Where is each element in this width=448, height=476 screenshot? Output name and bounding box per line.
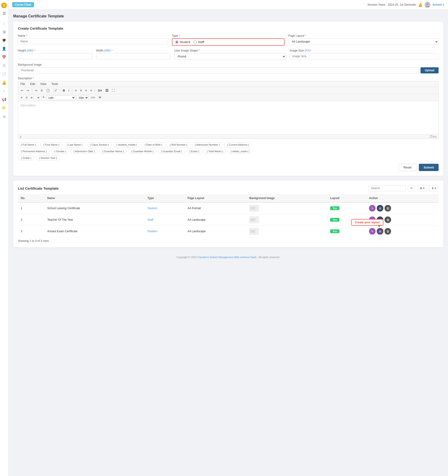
tag-button[interactable]: { student_mobile }	[113, 142, 140, 147]
image-size-input[interactable]	[290, 53, 439, 59]
upload-button[interactable]: Upload	[420, 67, 439, 74]
editor-bold-btn[interactable]: B	[62, 88, 66, 93]
tag-button[interactable]: { Exam }	[186, 149, 202, 154]
editor-size-select[interactable]: 12pt 10pt 14pt 16pt	[76, 95, 89, 100]
tag-button[interactable]: { Permanent Address }	[18, 149, 50, 154]
staff-radio-label[interactable]: Staff	[194, 40, 204, 44]
editor-undo-btn[interactable]: ↩	[20, 88, 24, 93]
sidebar-bell-icon[interactable]: 🔔	[1, 79, 7, 86]
tag-button[interactable]: { Last Name }	[64, 142, 86, 147]
editor-italic-btn[interactable]: I	[67, 88, 70, 93]
tag-button[interactable]: { Session Year }	[36, 155, 60, 160]
tag-button[interactable]: { First Name }	[40, 142, 62, 147]
export-button[interactable]: ⬇ ▾	[429, 185, 439, 191]
cache-clear-button[interactable]: Cache Clear	[12, 2, 34, 7]
col-no: No.	[18, 194, 45, 202]
tag-button[interactable]: { Total Marks }	[204, 149, 226, 154]
editor-copy-btn[interactable]: ⎘	[40, 88, 44, 93]
staff-radio[interactable]	[194, 40, 197, 44]
editor-indent-btn[interactable]: ⇥	[35, 95, 40, 100]
footer: Copyright © 2024 Transform School Manage…	[13, 252, 443, 262]
search-input[interactable]	[368, 185, 406, 191]
tag-button[interactable]: { Current Address }	[224, 142, 252, 147]
tag-button[interactable]: { Date of Birth }	[142, 142, 165, 147]
tag-button[interactable]: { Guardian Mobile }	[128, 149, 156, 154]
staff-label: Staff	[198, 40, 204, 44]
sidebar-document-icon[interactable]: 📄	[1, 71, 7, 77]
edit-button[interactable]: ✎	[369, 228, 375, 235]
editor-redo-btn[interactable]: ↪	[25, 88, 30, 93]
editor-paste-text-btn[interactable]: 📝	[52, 88, 58, 93]
showing-text: Showing 1 to 3 of 3 rows	[18, 239, 439, 243]
editor-menu-tools[interactable]: Tools	[50, 82, 59, 86]
page-layout-group: Page Layout * A4 Landscape A4 Portrait A…	[288, 34, 439, 46]
editor-image-btn[interactable]: 🖼	[104, 88, 110, 93]
sidebar-folder-icon[interactable]: 📁	[1, 105, 7, 111]
tag-button[interactable]: { Gender }	[51, 149, 69, 154]
editor-table-btn[interactable]: ⊞▾	[97, 88, 103, 93]
editor-paste-btn[interactable]: 📋	[45, 88, 51, 93]
editor-cut-btn[interactable]: ✂	[34, 88, 39, 93]
tag-button[interactable]: { Roll Number }	[167, 142, 190, 147]
reset-button[interactable]: Reset	[399, 164, 416, 171]
sidebar-check-icon[interactable]: ✓	[1, 88, 7, 94]
refresh-button[interactable]: ↻	[408, 185, 415, 191]
editor-preview-btn[interactable]: 👁	[97, 95, 103, 100]
tag-button[interactable]: { Admission Number }	[192, 142, 223, 147]
tag-button[interactable]: { Guardian Email }	[158, 149, 185, 154]
name-input[interactable]	[18, 38, 168, 45]
tag-button[interactable]: { obtain_marks }	[228, 149, 252, 154]
editor-ol-btn[interactable]: ≡	[25, 95, 29, 100]
width-input[interactable]: 297	[96, 53, 171, 59]
sidebar-megaphone-icon[interactable]: 📢	[1, 96, 7, 103]
editor-menu-file[interactable]: File	[20, 82, 26, 86]
sidebar-home-icon[interactable]: ⌂	[1, 20, 7, 27]
sidebar-building-icon[interactable]: ▦	[1, 28, 7, 35]
layout-button[interactable]: ⊞	[377, 228, 383, 235]
delete-button[interactable]: 🗑	[385, 216, 391, 223]
editor-body[interactable]: Description	[18, 101, 438, 134]
editor-font-select[interactable]: Lato Arial Times New Roman	[46, 95, 75, 100]
student-radio[interactable]	[175, 40, 179, 44]
tag-button[interactable]: { Admission Date }	[71, 149, 98, 154]
editor-align-center-btn[interactable]: ≡	[79, 88, 83, 93]
height-input[interactable]: 210	[18, 53, 92, 59]
user-image-select[interactable]: Round Square	[174, 53, 286, 60]
width-label: Width (MM) *	[96, 49, 171, 52]
edit-button[interactable]: ✎	[369, 205, 375, 211]
cell-layout: Yes	[327, 202, 366, 214]
sidebar-user-icon[interactable]: 👤	[1, 45, 7, 52]
delete-button[interactable]: 🗑	[385, 228, 391, 235]
toolbar-sep-1	[32, 88, 32, 93]
editor-menu-edit[interactable]: Edit	[29, 82, 36, 86]
sidebar-calendar-icon[interactable]: 📅	[1, 54, 7, 61]
editor-menu-view[interactable]: View	[39, 82, 47, 86]
school-link[interactable]: School 1	[432, 3, 444, 6]
sidebar-list-icon[interactable]: ☰	[1, 62, 7, 69]
columns-button[interactable]: ⊞ ▾	[417, 185, 427, 191]
tag-button[interactable]: { Grade }	[18, 155, 34, 160]
layout-button[interactable]: ⊞	[377, 205, 383, 211]
tag-button[interactable]: { Class Section }	[87, 142, 112, 147]
notification-icon[interactable]: 🔔	[418, 3, 423, 7]
sidebar-graduation-icon[interactable]: 🎓	[1, 37, 7, 44]
editor-ul-btn[interactable]: ≡	[20, 95, 24, 100]
editor-align-right-btn[interactable]: ≡	[84, 88, 88, 93]
footer-link[interactable]: Transform School Management With eSchool…	[197, 256, 257, 259]
bg-image-input[interactable]	[18, 67, 419, 74]
editor-align-left-btn[interactable]: ≡	[74, 88, 78, 93]
tag-button[interactable]: { Full Name }	[18, 142, 39, 147]
tag-button[interactable]: { Guardian Name }	[99, 149, 127, 154]
hamburger-icon[interactable]: ☰	[3, 11, 6, 16]
editor-fullscreen-btn[interactable]: ⛶	[111, 88, 116, 93]
editor-code-btn[interactable]: </>	[90, 95, 96, 100]
editor-align-justify-btn[interactable]: ≡	[89, 88, 93, 93]
page-layout-select[interactable]: A4 Landscape A4 Portrait A3 Landscape A3…	[288, 38, 439, 45]
sidebar-monitor-icon[interactable]: 🖥	[1, 113, 7, 120]
editor-blockquote-btn[interactable]: ❝	[41, 95, 45, 100]
student-radio-label[interactable]: Student	[175, 40, 190, 44]
delete-button[interactable]: 🗑	[385, 205, 391, 211]
editor-placeholder: Description	[20, 103, 36, 107]
editor-outdent-btn[interactable]: ⇤	[30, 95, 34, 100]
submit-button[interactable]: Submit	[419, 164, 439, 171]
